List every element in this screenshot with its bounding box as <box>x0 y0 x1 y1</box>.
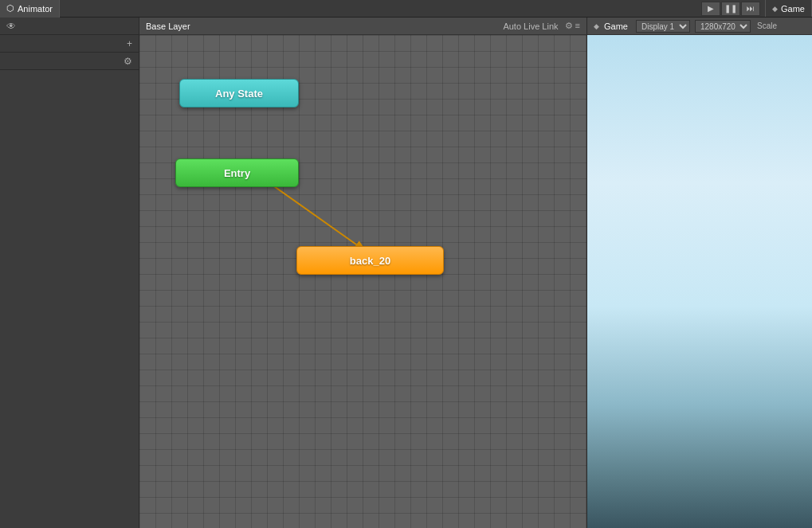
step-icon: ⏭ <box>747 4 755 13</box>
display-select[interactable]: Display 1 <box>636 20 690 33</box>
any-state-node[interactable]: Any State <box>179 79 299 108</box>
game-viewport <box>587 35 812 528</box>
animator-settings-icon[interactable]: ⚙ ≡ <box>565 21 580 31</box>
animator-header: Base Layer Auto Live Link ⚙ ≡ <box>139 18 586 35</box>
sidebar-gear-toolbar: ⚙ <box>0 53 139 70</box>
eye-icon: 👁 <box>6 21 16 32</box>
scale-label: Scale <box>757 22 777 30</box>
sidebar: 👁 + ⚙ <box>0 18 139 528</box>
sidebar-add-toolbar: + <box>0 35 139 53</box>
main-area: 👁 + ⚙ Base Layer Auto Live Link ⚙ ≡ <box>0 18 812 528</box>
animator-tab-label: Animator <box>18 4 53 14</box>
pause-button[interactable]: ❚❚ <box>721 2 740 16</box>
play-icon: ▶ <box>708 4 714 13</box>
resolution-select[interactable]: 1280x720 <box>695 20 751 33</box>
back20-node[interactable]: back_20 <box>296 246 444 275</box>
game-panel: ◆ Game Display 1 1280x720 Scale <box>586 18 812 528</box>
pause-icon: ❚❚ <box>724 4 737 13</box>
animator-area: Base Layer Auto Live Link ⚙ ≡ Any State <box>139 18 586 528</box>
entry-node[interactable]: Entry <box>175 158 299 187</box>
animator-layer-label: Base Layer <box>146 22 190 31</box>
scene-tab-area: ⬡ Animator <box>0 0 701 18</box>
sidebar-toolbar: 👁 <box>0 18 139 35</box>
game-title: Game <box>604 22 628 31</box>
game-diamond-icon: ◆ <box>594 22 599 30</box>
back20-label: back_20 <box>350 255 390 267</box>
game-tab-diamond: ◆ <box>772 5 778 13</box>
animator-tab-icon: ⬡ <box>6 3 14 14</box>
step-button[interactable]: ⏭ <box>741 2 760 16</box>
eye-button[interactable]: 👁 <box>3 19 19 33</box>
entry-label: Entry <box>224 167 250 179</box>
any-state-label: Any State <box>215 88 263 100</box>
animator-tab[interactable]: ⬡ Animator <box>0 0 60 18</box>
top-toolbar: ⬡ Animator ▶ ❚❚ ⏭ ◆ Game <box>0 0 812 18</box>
gear-button[interactable]: ⚙ <box>120 54 135 68</box>
game-tab[interactable]: ◆ Game <box>766 0 812 17</box>
add-icon: + <box>127 38 132 49</box>
play-controls: ▶ ❚❚ ⏭ <box>701 2 765 16</box>
game-header: ◆ Game Display 1 1280x720 Scale <box>587 18 812 35</box>
gear-icon: ⚙ <box>124 56 132 67</box>
game-tab-label: Game <box>781 4 805 14</box>
play-button[interactable]: ▶ <box>701 2 720 16</box>
auto-live-link: Auto Live Link <box>503 22 558 31</box>
add-button[interactable]: + <box>124 37 135 51</box>
animator-canvas[interactable]: Any State Entry back_20 <box>139 35 586 528</box>
transition-arrow <box>139 35 586 528</box>
